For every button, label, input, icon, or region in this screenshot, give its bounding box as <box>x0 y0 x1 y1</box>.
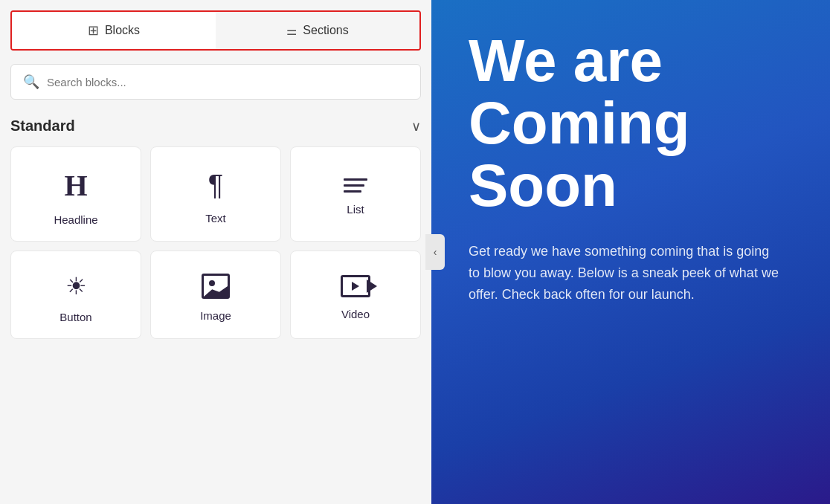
tab-blocks[interactable]: ⊞ Blocks <box>12 12 216 49</box>
right-panel: We are Coming Soon Get ready we have som… <box>431 0 830 504</box>
chevron-down-icon[interactable]: ∨ <box>411 118 421 135</box>
block-headline[interactable]: H Headline <box>10 146 141 242</box>
tab-sections[interactable]: ⚌ Sections <box>216 12 419 49</box>
search-icon: 🔍 <box>23 74 39 90</box>
search-container: 🔍 <box>10 64 421 100</box>
block-text[interactable]: ¶ Text <box>150 146 281 242</box>
blocks-tab-icon: ⊞ <box>88 22 99 39</box>
left-panel: ⊞ Blocks ⚌ Sections 🔍 Standard ∨ H Headl… <box>0 0 431 504</box>
headline-icon: H <box>64 168 87 203</box>
block-button[interactable]: ☀ Button <box>10 251 141 339</box>
hero-subtitle: Get ready we have something coming that … <box>469 241 781 305</box>
block-video-label: Video <box>341 308 370 320</box>
block-text-label: Text <box>205 212 226 224</box>
block-list-label: List <box>347 203 364 216</box>
block-button-label: Button <box>59 311 91 323</box>
button-icon: ☀ <box>65 272 87 300</box>
tab-bar: ⊞ Blocks ⚌ Sections <box>10 10 421 51</box>
block-headline-label: Headline <box>54 213 97 226</box>
section-header: Standard ∨ <box>10 117 421 135</box>
collapse-panel-button[interactable]: ‹ <box>425 234 445 270</box>
tab-sections-label: Sections <box>303 24 348 37</box>
hero-title: We are Coming Soon <box>469 30 800 217</box>
collapse-icon: ‹ <box>434 246 437 258</box>
search-box: 🔍 <box>10 64 421 100</box>
video-icon <box>341 275 370 297</box>
block-video[interactable]: Video <box>290 251 421 339</box>
text-icon: ¶ <box>208 169 223 201</box>
block-image[interactable]: Image <box>150 251 281 339</box>
section-title: Standard <box>10 117 75 135</box>
block-list[interactable]: List <box>290 146 421 242</box>
block-image-label: Image <box>200 309 231 322</box>
sections-tab-icon: ⚌ <box>286 24 297 38</box>
list-icon <box>344 178 367 193</box>
search-input[interactable] <box>47 76 408 88</box>
tab-blocks-label: Blocks <box>105 24 140 37</box>
blocks-grid: H Headline ¶ Text List ☀ Button Image <box>10 146 421 339</box>
image-icon <box>202 274 230 299</box>
